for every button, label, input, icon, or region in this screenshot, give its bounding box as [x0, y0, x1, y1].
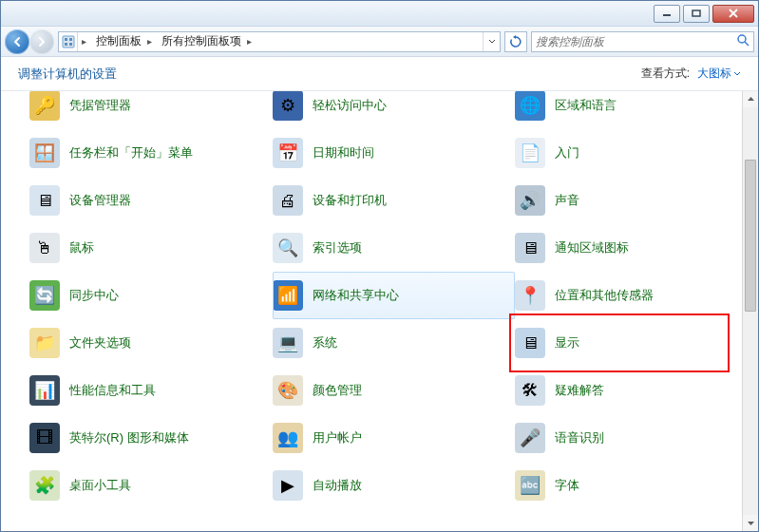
fonts-icon: 🔤 — [515, 470, 545, 501]
address-dropdown[interactable] — [483, 32, 500, 51]
forward-button[interactable] — [29, 29, 54, 54]
control-panel-item[interactable]: 📅日期和时间 — [273, 129, 516, 177]
color-icon: 🎨 — [273, 375, 303, 406]
close-button[interactable] — [712, 5, 754, 23]
scroll-track[interactable] — [743, 107, 758, 515]
navigation-bar: ▸ 控制面板 ▸ 所有控制面板项 ▸ — [1, 27, 758, 57]
control-panel-item[interactable]: 🛠疑难解答 — [515, 367, 758, 414]
refresh-button[interactable] — [504, 31, 527, 52]
svg-rect-6 — [69, 43, 72, 46]
devices-icon: 🖨 — [273, 185, 303, 216]
region-icon: 🌐 — [515, 91, 545, 121]
control-panel-item[interactable]: 🔑凭据管理器 — [29, 91, 273, 129]
control-panel-item[interactable]: 🖱鼠标 — [29, 224, 273, 272]
control-panel-item[interactable]: 💻系统 — [273, 319, 516, 367]
breadcrumb-arrow[interactable]: ▸ — [143, 36, 156, 47]
folder-icon: 📁 — [29, 328, 60, 358]
item-label: 轻松访问中心 — [313, 97, 387, 114]
control-panel-item[interactable]: 📊性能信息和工具 — [29, 367, 273, 414]
control-panel-item[interactable]: 🔄同步中心 — [29, 272, 273, 319]
control-panel-item[interactable]: 🪟任务栏和「开始」菜单 — [29, 129, 273, 177]
page-header: 调整计算机的设置 查看方式: 大图标 — [1, 57, 758, 91]
address-bar[interactable]: ▸ 控制面板 ▸ 所有控制面板项 ▸ — [58, 31, 501, 52]
scroll-up-button[interactable] — [743, 91, 758, 107]
control-panel-item[interactable]: 🧩桌面小工具 — [29, 462, 273, 509]
item-label: 桌面小工具 — [69, 477, 131, 494]
item-label: 同步中心 — [69, 287, 119, 304]
datetime-icon: 📅 — [273, 138, 303, 168]
item-label: 语音识别 — [555, 429, 604, 446]
breadcrumb-arrow[interactable]: ▸ — [243, 36, 256, 47]
content-area: 🔑凭据管理器⚙轻松访问中心🌐区域和语言🪟任务栏和「开始」菜单📅日期和时间📄入门🖥… — [1, 91, 758, 531]
svg-rect-4 — [69, 38, 72, 41]
back-button[interactable] — [5, 29, 29, 54]
scroll-down-button[interactable] — [743, 515, 758, 531]
svg-rect-3 — [65, 38, 67, 41]
item-label: 疑难解答 — [555, 382, 604, 399]
control-panel-item[interactable]: 🖥设备管理器 — [29, 177, 273, 224]
breadcrumb-item[interactable]: 所有控制面板项 — [156, 33, 243, 49]
item-label: 英特尔(R) 图形和媒体 — [69, 429, 189, 446]
item-label: 鼠标 — [69, 239, 94, 256]
minimize-button[interactable] — [654, 5, 680, 23]
search-icon[interactable] — [736, 33, 750, 50]
control-panel-item[interactable]: 🎨颜色管理 — [273, 367, 516, 414]
autoplay-icon: ▶ — [273, 470, 303, 501]
control-panel-icon — [59, 32, 78, 51]
intel-icon: 🎞 — [29, 423, 60, 453]
item-label: 设备管理器 — [69, 192, 131, 209]
notification-icon: 🖥 — [515, 233, 545, 263]
control-panel-item[interactable]: 👥用户帐户 — [273, 414, 516, 462]
control-panel-item[interactable]: 🔍索引选项 — [273, 224, 516, 272]
item-label: 设备和打印机 — [313, 192, 387, 209]
title-bar — [1, 1, 758, 27]
control-panel-item[interactable]: 🖨设备和打印机 — [273, 177, 516, 224]
item-label: 颜色管理 — [313, 382, 362, 399]
svg-line-8 — [745, 42, 749, 46]
sync-icon: 🔄 — [29, 280, 60, 311]
control-panel-item[interactable]: 🎤语音识别 — [515, 414, 758, 462]
svg-rect-0 — [663, 14, 671, 16]
control-panel-item[interactable]: ▶自动播放 — [273, 462, 516, 509]
control-panel-item[interactable]: ⚙轻松访问中心 — [273, 91, 516, 129]
breadcrumb-root-arrow[interactable]: ▸ — [78, 36, 90, 47]
view-mode-select[interactable]: 大图标 — [697, 66, 741, 82]
control-panel-item[interactable]: 📍位置和其他传感器 — [515, 272, 758, 319]
item-label: 区域和语言 — [555, 97, 617, 114]
control-panel-item[interactable]: 🖥显示 — [515, 319, 758, 367]
getting-icon: 📄 — [515, 138, 545, 168]
control-panel-item[interactable]: 🔊声音 — [515, 177, 758, 224]
item-label: 显示 — [555, 334, 579, 352]
control-panel-item[interactable]: 🖥通知区域图标 — [515, 224, 758, 272]
vertical-scrollbar[interactable] — [742, 91, 758, 531]
item-label: 性能信息和工具 — [69, 382, 156, 399]
control-panel-item[interactable]: 🌐区域和语言 — [515, 91, 758, 129]
maximize-button[interactable] — [683, 5, 710, 23]
item-label: 网络和共享中心 — [313, 287, 399, 304]
breadcrumb-item[interactable]: 控制面板 — [90, 33, 143, 49]
item-label: 系统 — [313, 334, 337, 352]
item-label: 日期和时间 — [313, 144, 374, 162]
item-label: 入门 — [555, 144, 579, 162]
item-label: 声音 — [555, 192, 579, 209]
search-box[interactable] — [531, 31, 754, 52]
display-icon: 🖥 — [515, 328, 545, 358]
svg-point-7 — [738, 35, 746, 43]
control-panel-item[interactable]: 📁文件夹选项 — [29, 319, 273, 367]
search-input[interactable] — [536, 35, 736, 48]
control-panel-item[interactable]: 📄入门 — [515, 129, 758, 177]
troubleshoot-icon: 🛠 — [515, 375, 545, 406]
control-panel-item[interactable]: 📶网络和共享中心 — [273, 272, 516, 319]
users-icon: 👥 — [273, 423, 303, 453]
network-icon: 📶 — [273, 280, 303, 311]
scroll-thumb[interactable] — [745, 160, 756, 312]
control-panel-item[interactable]: 🎞英特尔(R) 图形和媒体 — [29, 414, 273, 462]
page-title: 调整计算机的设置 — [18, 66, 117, 83]
ease-icon: ⚙ — [273, 91, 303, 121]
item-label: 任务栏和「开始」菜单 — [69, 144, 193, 162]
system-icon: 💻 — [273, 328, 303, 358]
control-panel-item[interactable]: 🔤字体 — [515, 462, 758, 509]
svg-rect-2 — [63, 36, 74, 48]
device_mgr-icon: 🖥 — [29, 185, 60, 216]
perf-icon: 📊 — [29, 375, 60, 406]
